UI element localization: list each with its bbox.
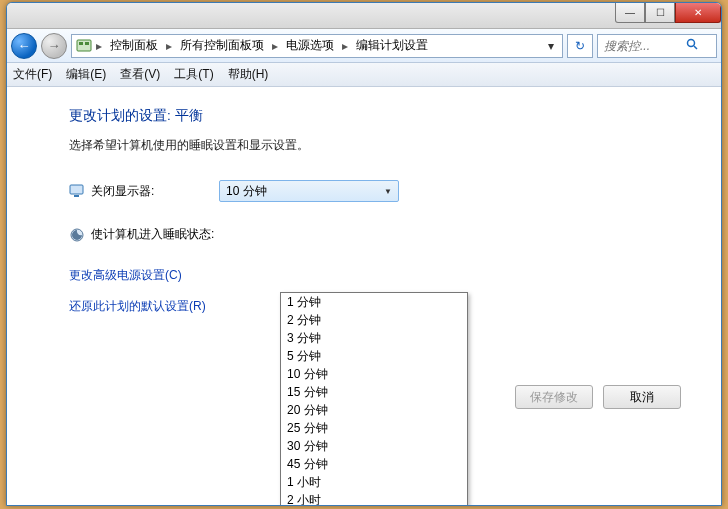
menu-tools[interactable]: 工具(T) — [174, 66, 213, 83]
menubar: 文件(F) 编辑(E) 查看(V) 工具(T) 帮助(H) — [7, 63, 721, 87]
crumb-sep: ▸ — [164, 39, 174, 53]
window-controls: — ☐ ✕ — [615, 3, 721, 23]
minimize-button[interactable]: — — [615, 3, 645, 23]
dropdown-option[interactable]: 10 分钟 — [281, 365, 467, 383]
forward-button[interactable]: → — [41, 33, 67, 59]
svg-rect-2 — [85, 42, 89, 45]
svg-rect-5 — [70, 185, 83, 194]
navbar: ← → ▸ 控制面板 ▸ 所有控制面板项 ▸ 电源选项 ▸ 编辑计划设置 ▾ ↻ — [7, 29, 721, 63]
dropdown-option[interactable]: 45 分钟 — [281, 455, 467, 473]
crumb-all-items[interactable]: 所有控制面板项 — [176, 37, 268, 54]
back-button[interactable]: ← — [11, 33, 37, 59]
dropdown-option[interactable]: 2 分钟 — [281, 311, 467, 329]
dropdown-option[interactable]: 20 分钟 — [281, 401, 467, 419]
svg-point-3 — [688, 40, 695, 47]
sleep-label: 使计算机进入睡眠状态: — [69, 226, 219, 243]
menu-file[interactable]: 文件(F) — [13, 66, 52, 83]
crumb-control-panel[interactable]: 控制面板 — [106, 37, 162, 54]
menu-help[interactable]: 帮助(H) — [228, 66, 269, 83]
cancel-button[interactable]: 取消 — [603, 385, 681, 409]
crumb-sep: ▸ — [340, 39, 350, 53]
search-box[interactable] — [597, 34, 717, 58]
row-sleep: 使计算机进入睡眠状态: — [69, 226, 681, 243]
link-advanced-settings[interactable]: 更改高级电源设置(C) — [69, 267, 681, 284]
content-area: 更改计划的设置: 平衡 选择希望计算机使用的睡眠设置和显示设置。 关闭显示器: … — [7, 87, 721, 505]
monitor-icon — [69, 183, 85, 199]
page-subtitle: 选择希望计算机使用的睡眠设置和显示设置。 — [69, 137, 681, 154]
dropdown-option[interactable]: 5 分钟 — [281, 347, 467, 365]
dropdown-option[interactable]: 3 分钟 — [281, 329, 467, 347]
save-button[interactable]: 保存修改 — [515, 385, 593, 409]
svg-rect-6 — [74, 195, 79, 197]
dropdown-option[interactable]: 30 分钟 — [281, 437, 467, 455]
crumb-edit-plan[interactable]: 编辑计划设置 — [352, 37, 432, 54]
window: — ☐ ✕ ← → ▸ 控制面板 ▸ 所有控制面板项 ▸ 电源选项 ▸ 编辑计划… — [6, 2, 722, 506]
search-input[interactable] — [602, 38, 682, 54]
dropdown-option[interactable]: 2 小时 — [281, 491, 467, 506]
display-timeout-value: 10 分钟 — [226, 183, 267, 200]
close-button[interactable]: ✕ — [675, 3, 721, 23]
crumb-power-options[interactable]: 电源选项 — [282, 37, 338, 54]
display-label: 关闭显示器: — [69, 183, 219, 200]
chevron-down-icon: ▼ — [384, 187, 392, 196]
search-icon — [686, 38, 698, 53]
sleep-label-text: 使计算机进入睡眠状态: — [91, 226, 214, 243]
refresh-button[interactable]: ↻ — [567, 34, 593, 58]
titlebar: — ☐ ✕ — [7, 3, 721, 29]
menu-edit[interactable]: 编辑(E) — [66, 66, 106, 83]
maximize-button[interactable]: ☐ — [645, 3, 675, 23]
address-dropdown-icon[interactable]: ▾ — [544, 39, 558, 53]
display-label-text: 关闭显示器: — [91, 183, 154, 200]
moon-icon — [69, 227, 85, 243]
display-timeout-dropdown[interactable]: 1 分钟2 分钟3 分钟5 分钟10 分钟15 分钟20 分钟25 分钟30 分… — [280, 292, 468, 506]
crumb-sep: ▸ — [270, 39, 280, 53]
address-bar[interactable]: ▸ 控制面板 ▸ 所有控制面板项 ▸ 电源选项 ▸ 编辑计划设置 ▾ — [71, 34, 563, 58]
crumb-sep: ▸ — [94, 39, 104, 53]
menu-view[interactable]: 查看(V) — [120, 66, 160, 83]
svg-rect-0 — [77, 40, 91, 51]
svg-line-4 — [694, 46, 697, 49]
control-panel-icon — [76, 38, 92, 54]
svg-rect-1 — [79, 42, 83, 45]
action-buttons: 保存修改 取消 — [515, 385, 681, 409]
display-timeout-combo[interactable]: 10 分钟 ▼ — [219, 180, 399, 202]
page-title: 更改计划的设置: 平衡 — [69, 107, 681, 125]
dropdown-option[interactable]: 1 小时 — [281, 473, 467, 491]
dropdown-option[interactable]: 25 分钟 — [281, 419, 467, 437]
dropdown-option[interactable]: 15 分钟 — [281, 383, 467, 401]
row-turn-off-display: 关闭显示器: 10 分钟 ▼ — [69, 180, 681, 202]
dropdown-option[interactable]: 1 分钟 — [281, 293, 467, 311]
